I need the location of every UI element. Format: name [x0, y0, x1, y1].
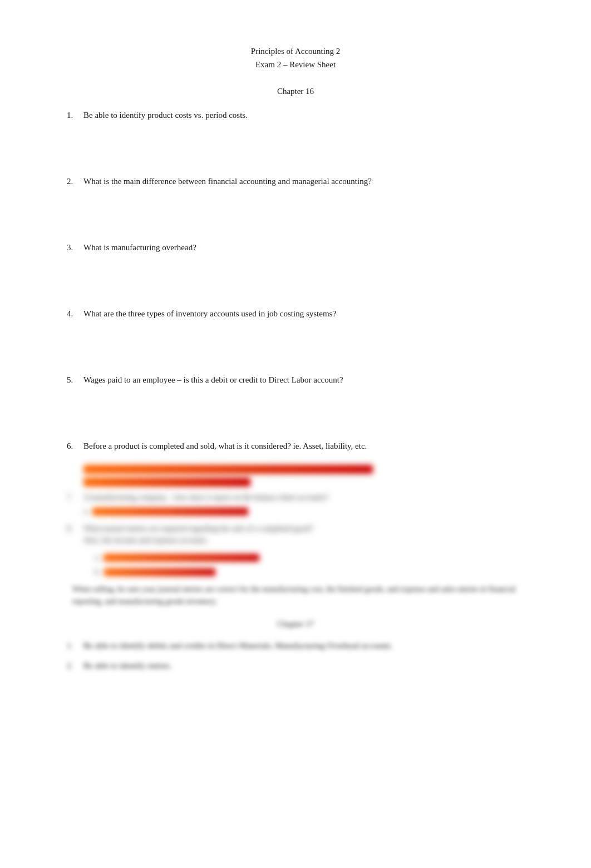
question-item-1: 1. Be able to identify product costs vs.… — [67, 108, 524, 122]
large-blurred-paragraph: When selling, be sure your journal entri… — [67, 583, 524, 608]
ch17-question-text-2: Be able to identify entries. — [83, 659, 524, 672]
question-text-7: A manufacturing company – how does it re… — [83, 492, 328, 503]
question-text-8: What journal entries are required regard… — [83, 523, 313, 546]
q7-sub-letter: a. — [83, 505, 89, 517]
question-text-1: Be able to identify product costs vs. pe… — [83, 108, 524, 122]
question-text-2: What is the main difference between fina… — [83, 175, 524, 188]
header-line2: Exam 2 – Review Sheet — [67, 58, 524, 71]
header-line1: Principles of Accounting 2 — [67, 44, 524, 58]
question-7-content: A manufacturing company – how does it re… — [83, 492, 328, 517]
question-number-7: 7. — [67, 492, 83, 517]
chapter17-questions: 1. Be able to identify debits and credit… — [67, 639, 524, 672]
question-number-4: 4. — [67, 307, 83, 320]
question-item-5: 5. Wages paid to an employee – is this a… — [67, 373, 524, 386]
q6-answer-highlight-2 — [83, 478, 250, 487]
q7-sub-answer — [92, 508, 248, 515]
question-number-8: 8. — [67, 523, 83, 546]
question-item-4: 4. What are the three types of inventory… — [67, 307, 524, 320]
ch17-question-text-1: Be able to identify debits and credits i… — [83, 639, 524, 652]
question-text-6: Before a product is completed and sold, … — [83, 442, 367, 450]
question-8-content: What journal entries are required regard… — [83, 523, 313, 546]
question-number-6: 6. — [67, 439, 83, 453]
q6-answer-highlight-1 — [83, 465, 373, 474]
question-text-4: What are the three types of inventory ac… — [83, 307, 524, 320]
chapter16-heading: Chapter 16 — [67, 87, 524, 96]
question-item-7: 7. A manufacturing company – how does it… — [67, 492, 524, 517]
question-text-3: What is manufacturing overhead? — [83, 241, 524, 254]
question-item-3: 3. What is manufacturing overhead? — [67, 241, 524, 254]
q6-answer — [83, 464, 524, 487]
header-title: Principles of Accounting 2 Exam 2 – Revi… — [67, 44, 524, 71]
chapter17-heading: Chapter 17 — [67, 619, 524, 629]
question-number-5: 5. — [67, 373, 83, 386]
q8-sub-answers: a. b. — [95, 552, 524, 578]
ch17-question-number-2: 2. — [67, 659, 83, 672]
ch17-question-2: 2. Be able to identify entries. — [67, 659, 524, 672]
question-6-content: Before a product is completed and sold, … — [83, 439, 367, 453]
question-item-8: 8. What journal entries are required reg… — [67, 523, 524, 546]
question-number-3: 3. — [67, 241, 83, 254]
header: Principles of Accounting 2 Exam 2 – Revi… — [67, 44, 524, 71]
q8-sub-letter-b: b. — [95, 566, 101, 578]
q8-sub-answer-a — [104, 554, 259, 562]
question-number-2: 2. — [67, 175, 83, 188]
q8-sub-letter-a: a. — [95, 552, 100, 563]
questions-list: 1. Be able to identify product costs vs.… — [67, 108, 524, 453]
question-number-1: 1. — [67, 108, 83, 122]
page: Principles of Accounting 2 Exam 2 – Revi… — [0, 0, 591, 868]
question-item-2: 2. What is the main difference between f… — [67, 175, 524, 188]
q8-sub-answer-b — [104, 568, 215, 576]
question-item-6: 6. Before a product is completed and sol… — [67, 439, 524, 453]
question-text-5: Wages paid to an employee – is this a de… — [83, 373, 524, 386]
ch17-question-1: 1. Be able to identify debits and credit… — [67, 639, 524, 652]
ch17-question-number-1: 1. — [67, 639, 83, 652]
